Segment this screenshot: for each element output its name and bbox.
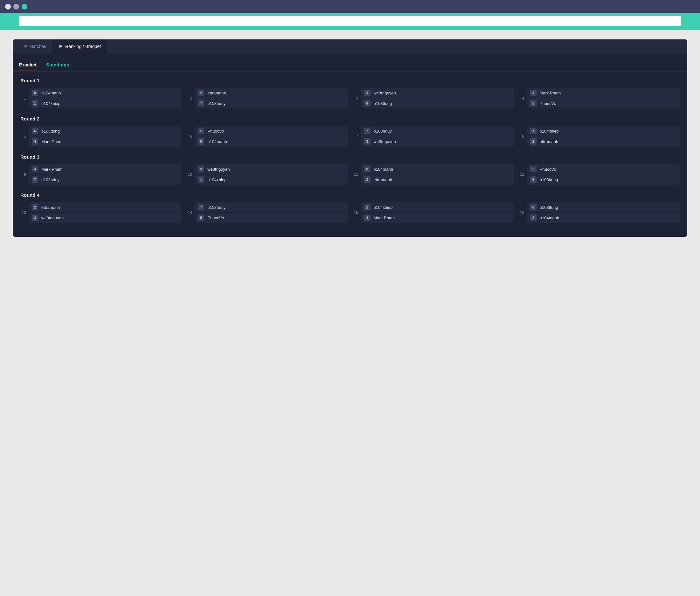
match-number: 9 — [20, 172, 26, 177]
player-seed: 8 — [364, 166, 371, 172]
match-card: 7b103hduy5PhuocVo — [195, 202, 347, 223]
player-name: ettramanh — [540, 139, 558, 144]
round-section: Round 118b104manh1b104xhiep22ettramanh7b… — [20, 78, 680, 108]
inner-tab-standings[interactable]: Standings — [46, 59, 69, 71]
bracket-content: Round 118b104manh1b104xhiep22ettramanh7b… — [13, 72, 687, 237]
match-container: 151b104xhiep4Mark Pham — [353, 202, 514, 223]
player-seed: 2 — [32, 204, 38, 210]
match-number: 7 — [353, 134, 358, 138]
matches-grid: 94Mark Pham7b103hduy103we3tnguyen1b104xh… — [20, 164, 680, 185]
player-name: b103ttung — [540, 177, 558, 182]
player-name: ettramanh — [41, 205, 60, 210]
match-card: 5PhuocVo6b103ttung — [527, 164, 680, 185]
player-seed: 7 — [364, 128, 371, 134]
dot-green — [22, 4, 27, 9]
player-name: Mark Pham — [540, 90, 561, 95]
player-seed: 4 — [530, 89, 536, 96]
round-section: Round 394Mark Pham7b103hduy103we3tnguyen… — [20, 154, 680, 185]
player-name: b103ttung — [41, 129, 60, 133]
player-name: b103ttung — [540, 205, 558, 210]
match-player: 5PhuocVo — [527, 98, 680, 108]
player-name: b104xhiep — [374, 205, 393, 210]
match-container: 81b104xhiep2ettramanh — [519, 126, 680, 147]
match-card: 3we3tnguyen1b104xhiep — [195, 164, 347, 185]
match-number: 11 — [353, 172, 358, 177]
match-player: 3we3tnguyen — [29, 213, 181, 223]
match-number: 14 — [186, 210, 192, 215]
player-name: b104manh — [540, 215, 559, 220]
player-name: we3tnguyen — [207, 167, 230, 172]
player-seed: 7 — [198, 204, 204, 210]
match-number: 15 — [353, 210, 358, 215]
matches-grid: 18b104manh1b104xhiep22ettramanh7b103hduy… — [20, 88, 680, 108]
tab-matches-label: Matches — [29, 44, 46, 49]
match-card: 8b104manh1b104xhiep — [29, 88, 181, 108]
match-card: 1b104xhiep2ettramanh — [527, 126, 680, 147]
match-number: 4 — [519, 96, 524, 100]
player-name: b103hduy — [207, 101, 225, 106]
match-player: 7b103hduy — [195, 202, 347, 213]
player-seed: 7 — [198, 100, 204, 106]
round-title: Round 4 — [20, 192, 680, 198]
player-seed: 1 — [530, 128, 536, 134]
player-name: PhuocVo — [540, 167, 556, 172]
player-name: ettramanh — [207, 90, 226, 95]
browser-dots — [5, 4, 695, 9]
tab-matches[interactable]: ≡ Matches — [18, 40, 52, 54]
match-player: 7b103hduy — [361, 126, 514, 136]
match-player: 4Mark Pham — [361, 213, 514, 223]
match-container: 77b103hduy3we3tnguyen — [353, 126, 514, 147]
tab-ranking-label: Ranking / Braquet — [65, 44, 101, 49]
match-player: 1b104xhiep — [361, 202, 514, 213]
match-container: 147b103hduy5PhuocVo — [186, 202, 347, 223]
match-card: 5PhuocVo8b104manh — [195, 126, 347, 147]
match-player: 2ettramanh — [29, 202, 181, 213]
player-seed: 7 — [32, 176, 38, 183]
match-card: 7b103hduy3we3tnguyen — [361, 126, 514, 147]
player-seed: 3 — [364, 138, 371, 145]
player-name: b104manh — [207, 139, 227, 144]
player-seed: 5 — [530, 166, 536, 172]
match-player: 6b103ttung — [29, 126, 181, 136]
inner-tab-bracket[interactable]: Bracket — [19, 59, 36, 71]
player-name: b104xhiep — [207, 177, 226, 182]
match-container: 44Mark Pham5PhuocVo — [519, 88, 680, 108]
match-player: 5PhuocVo — [527, 164, 680, 175]
player-seed: 2 — [530, 138, 536, 145]
match-card: 6b103ttung8b104manh — [527, 202, 680, 223]
address-bar[interactable] — [19, 16, 681, 26]
match-card: 4Mark Pham7b103hduy — [29, 164, 181, 185]
match-card: 3we3tnguyen6b103ttung — [361, 88, 514, 108]
player-seed: 3 — [32, 214, 38, 221]
content-area: ≡ Matches ⊞ Ranking / Braquet Bracket St… — [0, 30, 700, 596]
match-player: 6b103ttung — [527, 202, 680, 213]
tab-ranking[interactable]: ⊞ Ranking / Braquet — [52, 40, 107, 54]
match-container: 166b103ttung8b104manh — [519, 202, 680, 223]
player-seed: 6 — [530, 176, 536, 183]
player-name: b103hduy — [41, 177, 59, 182]
match-container: 118b104manh2ettramanh — [353, 164, 514, 185]
round-title: Round 3 — [20, 154, 680, 160]
inner-tabs: Bracket Standings — [13, 54, 687, 72]
dot-red — [5, 4, 11, 9]
app-container: ≡ Matches ⊞ Ranking / Braquet Bracket St… — [13, 40, 687, 237]
match-player: 4Mark Pham — [29, 164, 181, 175]
player-seed: 8 — [32, 89, 38, 96]
match-card: 2ettramanh7b103hduy — [195, 88, 347, 108]
player-name: ettramanh — [374, 177, 393, 182]
match-container: 125PhuocVo6b103ttung — [519, 164, 680, 185]
player-name: b103ttung — [374, 101, 392, 106]
player-seed: 3 — [364, 89, 371, 96]
browser-chrome — [0, 0, 700, 13]
match-container: 132ettramanh3we3tnguyen — [20, 202, 181, 223]
match-player: 8b104manh — [361, 164, 514, 175]
player-seed: 4 — [364, 214, 371, 221]
match-player: 8b104manh — [29, 88, 181, 98]
round-title: Round 1 — [20, 78, 680, 83]
player-name: Mark Pham — [41, 167, 62, 172]
player-name: we3tnguyen — [41, 215, 64, 220]
match-number: 16 — [519, 210, 524, 215]
player-seed: 6 — [364, 100, 371, 106]
player-name: b104xhiep — [41, 101, 60, 106]
player-seed: 8 — [530, 214, 536, 221]
